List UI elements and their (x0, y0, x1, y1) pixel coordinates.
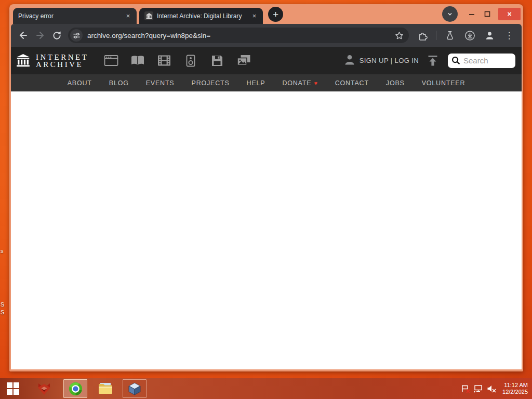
desktop-icon-label-fragment: S (1, 309, 4, 315)
signup-login-link[interactable]: SIGN UP | LOG IN (360, 57, 419, 64)
page-viewport: INTERNETARCHIVE (11, 47, 522, 369)
site-settings-tune-icon[interactable] (70, 29, 83, 42)
nav-blog[interactable]: BLOG (109, 79, 129, 87)
nav-contact[interactable]: CONTACT (335, 79, 369, 87)
system-tray: 11:12 AM 12/2/2025 (460, 382, 532, 395)
nav-volunteer[interactable]: VOLUNTEER (422, 79, 466, 87)
browser-menu-icon[interactable]: ⋮ (501, 27, 517, 44)
images-icon[interactable] (236, 54, 251, 68)
url-text[interactable]: archive.org/search?query=win8pe&sin= (87, 32, 392, 39)
maximize-button[interactable] (480, 6, 495, 22)
reload-button[interactable] (48, 27, 65, 44)
file-explorer-icon[interactable] (95, 378, 116, 399)
site-search-box[interactable] (448, 54, 515, 68)
internet-archive-nav: ABOUT BLOG EVENTS PROJECTS HELP DONATE♥ … (11, 74, 522, 91)
clock-time: 11:12 AM (504, 382, 528, 388)
header-right-group: SIGN UP | LOG IN (344, 54, 515, 68)
tab-strip: Privacy error × Internet Archive: Digita… (11, 4, 522, 24)
taskbar: 11:12 AM 12/2/2025 (0, 378, 532, 399)
downloads-icon[interactable] (461, 27, 478, 44)
heart-icon: ♥ (314, 80, 317, 86)
internet-archive-wordmark[interactable]: INTERNETARCHIVE (36, 54, 88, 68)
start-button[interactable] (2, 378, 24, 399)
mute-x-badge (492, 389, 496, 393)
search-input[interactable] (463, 56, 509, 65)
browser-toolbar: archive.org/search?query=win8pe&sin= ⋮ (11, 24, 522, 47)
forward-button[interactable] (32, 27, 48, 44)
browser-profile-icon[interactable] (481, 27, 498, 44)
page-blank-content (11, 91, 522, 369)
tab-privacy-error[interactable]: Privacy error × (13, 8, 137, 24)
back-button[interactable] (15, 27, 32, 44)
tab-title: Privacy error (18, 12, 121, 20)
browser-window: Privacy error × Internet Archive: Digita… (9, 4, 523, 371)
tab-search-chevron-icon[interactable] (442, 6, 458, 22)
toolbar-action-icons: ⋮ (414, 27, 517, 44)
upload-icon[interactable] (426, 55, 440, 67)
virtualbox-icon[interactable] (123, 379, 147, 398)
audio-icon[interactable] (183, 54, 198, 68)
tab-close-icon[interactable]: × (124, 11, 132, 20)
nav-help[interactable]: HELP (247, 79, 265, 87)
nav-jobs[interactable]: JOBS (386, 79, 405, 87)
nav-donate[interactable]: DONATE♥ (282, 79, 317, 87)
browser-taskbar-icon-active[interactable] (63, 379, 87, 398)
taskbar-clock[interactable]: 11:12 AM 12/2/2025 (502, 382, 528, 395)
nav-projects[interactable]: PROJECTS (192, 79, 230, 87)
software-icon[interactable] (210, 54, 224, 68)
red-fox-app-icon[interactable] (33, 378, 55, 399)
close-window-button[interactable]: × (498, 8, 521, 20)
nav-events[interactable]: EVENTS (146, 79, 175, 87)
bookmark-star-icon[interactable] (392, 29, 406, 42)
internet-archive-logo[interactable] (15, 52, 31, 69)
desktop-icon-label-fragment: s (1, 248, 4, 254)
nav-about[interactable]: ABOUT (68, 79, 92, 87)
minimize-button[interactable] (464, 6, 480, 22)
user-person-icon[interactable] (344, 54, 355, 68)
clock-date: 12/2/2025 (502, 389, 528, 395)
error-x-badge (466, 389, 470, 393)
texts-icon[interactable] (130, 54, 145, 68)
extensions-puzzle-icon[interactable] (414, 27, 431, 44)
experiments-flask-icon[interactable] (442, 27, 458, 44)
toolbar-separator (436, 31, 436, 40)
desktop-icon-label-fragment: S (1, 301, 4, 308)
network-status-icon[interactable] (473, 384, 483, 393)
tab-internet-archive[interactable]: Internet Archive: Digital Library × (139, 8, 263, 24)
internet-archive-favicon (144, 11, 153, 20)
new-tab-button[interactable]: + (268, 7, 283, 22)
video-icon[interactable] (157, 54, 171, 68)
window-controls: × (442, 4, 521, 24)
tab-close-icon[interactable]: × (250, 11, 259, 20)
search-icon (451, 56, 460, 65)
internet-archive-header: INTERNETARCHIVE (11, 47, 522, 74)
volume-muted-icon[interactable] (486, 384, 496, 393)
media-type-icons (104, 54, 251, 68)
tab-title: Internet Archive: Digital Library (157, 12, 247, 20)
address-bar[interactable]: archive.org/search?query=win8pe&sin= (68, 28, 409, 43)
web-icon[interactable] (104, 54, 118, 68)
action-center-flag-icon[interactable] (460, 384, 470, 393)
